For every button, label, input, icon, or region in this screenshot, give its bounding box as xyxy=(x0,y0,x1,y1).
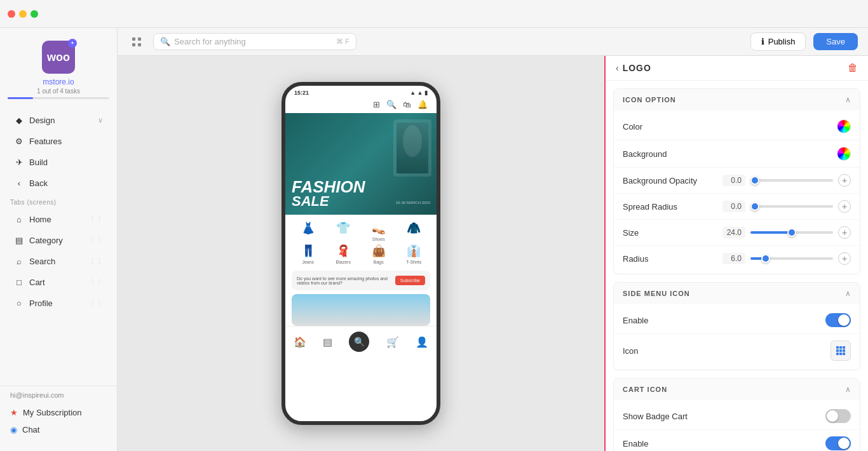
home-icon: ⌂ xyxy=(14,214,24,224)
search-shortcut: ⌘ F xyxy=(336,37,349,46)
sidebar-item-features[interactable]: ⚙ Features xyxy=(4,131,113,151)
sidebar-item-label: Category xyxy=(29,236,63,245)
bg-opacity-control: 0.0 + xyxy=(722,174,851,187)
drag-handle: ⋮⋮ xyxy=(89,257,103,266)
titlebar xyxy=(0,0,868,28)
cart-enable-label: Enable xyxy=(623,439,648,448)
svg-rect-3 xyxy=(138,43,141,46)
subscribe-text: Do you want to see more amazing photos a… xyxy=(297,276,391,285)
delete-button[interactable]: 🗑 xyxy=(848,62,858,74)
sidebar-item-label: Design xyxy=(29,116,55,125)
top-toolbar: 🔍 Search for anything ⌘ F ℹ Publish Save xyxy=(118,28,868,56)
radius-add[interactable]: + xyxy=(838,252,851,265)
spread-radius-add[interactable]: + xyxy=(838,200,851,213)
side-menu-icon-row: Icon xyxy=(614,334,860,367)
category-item: 👔T-Shirts xyxy=(398,244,431,264)
icon-option-header[interactable]: ICON OPTION ∧ xyxy=(614,89,860,111)
sidebar-item-home[interactable]: ⌂ Home ⋮⋮ xyxy=(4,209,113,229)
logo-box[interactable]: woo xyxy=(42,41,75,74)
chat-icon: ◉ xyxy=(10,425,17,434)
svg-rect-5 xyxy=(839,346,842,349)
svg-rect-1 xyxy=(138,37,141,41)
grid-icon[interactable] xyxy=(128,33,146,51)
phone-banner: FASHION SALE 16-30 MARCH 2020 xyxy=(285,113,437,215)
sidebar-item-label: Search xyxy=(29,257,55,266)
phone-nav-profile: 👤 xyxy=(416,332,428,352)
cart-enable-row: Enable xyxy=(614,430,860,451)
icon-grid-button[interactable] xyxy=(831,340,851,361)
sidebar-item-design[interactable]: ◆ Design ∨ xyxy=(4,110,113,130)
toggle-slider xyxy=(825,436,851,450)
bg-opacity-add[interactable]: + xyxy=(838,174,851,187)
spread-radius-slider[interactable] xyxy=(750,205,833,208)
publish-button[interactable]: ℹ Publish xyxy=(750,32,806,51)
side-menu-icon-title: SIDE MENU ICON xyxy=(623,290,690,297)
logo-badge xyxy=(68,39,77,48)
collapse-icon: ∧ xyxy=(845,289,851,298)
color-control xyxy=(837,119,851,133)
size-add[interactable]: + xyxy=(838,226,851,239)
banner-text-fashion: FASHION xyxy=(292,180,365,194)
category-icon: ▤ xyxy=(14,235,24,245)
drag-handle: ⋮⋮ xyxy=(89,299,103,307)
side-menu-enable-row: Enable xyxy=(614,307,860,334)
toggle-slider xyxy=(825,409,851,423)
task-text: 1 out of 4 tasks xyxy=(37,88,80,95)
sidebar-item-label: Back xyxy=(29,178,48,188)
sidebar-item-search[interactable]: ⌕ Search ⋮⋮ xyxy=(4,251,113,271)
side-menu-icon-section: SIDE MENU ICON ∧ Enable Icon xyxy=(613,282,860,370)
cart-icon-header[interactable]: CART ICON ∧ xyxy=(614,379,860,400)
size-label: Size xyxy=(623,228,639,238)
radius-slider[interactable] xyxy=(750,257,833,260)
logo-text: woo xyxy=(47,51,70,64)
show-badge-toggle[interactable] xyxy=(825,409,851,423)
sidebar-footer: hi@inspireui.com ★ My Subscription ◉ Cha… xyxy=(0,386,117,443)
sidebar-item-label: Cart xyxy=(29,278,45,287)
status-icons: ▲ ▲ ▮ xyxy=(410,90,428,96)
size-slider[interactable] xyxy=(750,231,833,234)
profile-icon: ○ xyxy=(14,298,24,308)
panel-title: LOGO xyxy=(623,63,651,73)
save-button[interactable]: Save xyxy=(813,33,858,50)
side-menu-icon-header[interactable]: SIDE MENU ICON ∧ xyxy=(614,283,860,304)
color-row: Color xyxy=(614,113,860,140)
search-bar[interactable]: 🔍 Search for anything ⌘ F xyxy=(153,33,356,50)
category-item: 🧥 xyxy=(398,221,431,241)
size-value: 24.0 xyxy=(722,227,745,238)
phone-header: ⊞ 🔍 🛍 🔔 xyxy=(285,98,437,113)
panel-back-button[interactable]: ‹ LOGO xyxy=(616,63,651,73)
phone-nav-home: 🏠 xyxy=(294,332,306,352)
svg-rect-2 xyxy=(132,43,135,46)
close-button[interactable] xyxy=(8,10,15,18)
side-menu-enable-toggle[interactable] xyxy=(825,313,851,327)
sidebar-item-label: Features xyxy=(29,137,62,146)
sidebar-item-build[interactable]: ✈ Build xyxy=(4,152,113,172)
minimize-button[interactable] xyxy=(19,10,27,18)
sidebar-item-category[interactable]: ▤ Category ⋮⋮ xyxy=(4,230,113,250)
maximize-button[interactable] xyxy=(31,10,38,18)
phone-preview: 15:21 ▲ ▲ ▮ ⊞ 🔍 🛍 🔔 xyxy=(118,56,604,451)
gear-icon: ⚙ xyxy=(14,136,24,146)
bg-opacity-slider[interactable] xyxy=(750,179,833,182)
background-color-picker[interactable] xyxy=(837,147,851,161)
sidebar-item-chat[interactable]: ◉ Chat xyxy=(10,421,107,438)
cart-icon: □ xyxy=(14,277,24,287)
subscription-icon: ★ xyxy=(10,408,18,417)
diamond-icon: ◆ xyxy=(14,115,24,125)
side-menu-icon-label: Icon xyxy=(623,346,639,356)
category-item: 👕 xyxy=(327,221,360,241)
sidebar-item-cart[interactable]: □ Cart ⋮⋮ xyxy=(4,272,113,292)
size-control: 24.0 + xyxy=(722,226,851,239)
chevron-down-icon: ∨ xyxy=(98,116,103,125)
sidebar-item-profile[interactable]: ○ Profile ⋮⋮ xyxy=(4,293,113,313)
cart-enable-toggle[interactable] xyxy=(825,436,851,450)
phone-categories: 👗 👕 👡Shoes 🧥 👖Jeans 🧣Blazers 👜Bags 👔T-Sh… xyxy=(285,215,437,267)
chat-label: Chat xyxy=(22,425,39,434)
sidebar-item-subscription[interactable]: ★ My Subscription xyxy=(10,404,107,421)
color-picker[interactable] xyxy=(837,119,851,133)
category-item: 👖Jeans xyxy=(292,244,325,264)
svg-rect-0 xyxy=(132,37,135,41)
subscribe-button[interactable]: Subscribe xyxy=(395,276,425,285)
category-item: 👗 xyxy=(292,221,325,241)
sidebar-item-back[interactable]: ‹ Back xyxy=(4,173,113,193)
